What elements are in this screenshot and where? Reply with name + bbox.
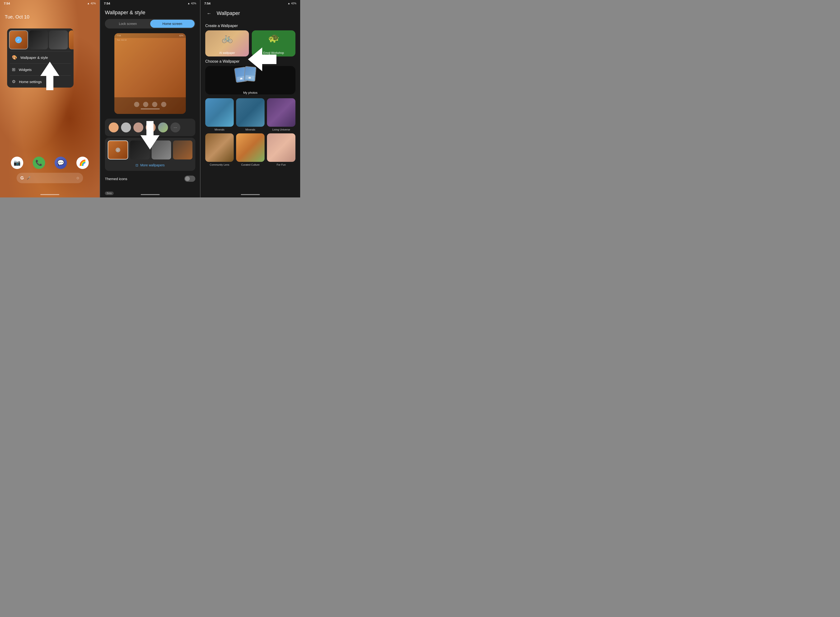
swatch-2[interactable] bbox=[121, 123, 131, 133]
living-universe-thumb bbox=[267, 98, 295, 127]
preview-camera bbox=[134, 102, 139, 107]
wallpaper-minerals-1[interactable]: Minerals bbox=[205, 98, 234, 131]
camera-icon[interactable]: 📷 bbox=[11, 156, 23, 169]
curated-culture-label: Curated Culture bbox=[241, 163, 260, 166]
svg-marker-0 bbox=[40, 62, 59, 90]
wallpaper-living-universe[interactable]: Living Universe bbox=[267, 98, 295, 131]
wallpaper-previews: ✓ bbox=[7, 28, 74, 51]
preview-thumb-selected[interactable]: ✓ bbox=[9, 30, 28, 49]
minerals-2-thumb bbox=[236, 98, 264, 127]
preview-dock bbox=[114, 97, 186, 114]
back-arrow-icon: ← bbox=[207, 11, 211, 16]
community-lens-thumb bbox=[205, 133, 234, 162]
back-button[interactable]: ← bbox=[205, 9, 213, 17]
preview-thumb-4[interactable] bbox=[69, 30, 74, 49]
widgets-label: Widgets bbox=[19, 68, 31, 72]
status-icons-2: ▲ 42% bbox=[187, 2, 196, 5]
settings-icon: ⚙ bbox=[12, 79, 16, 84]
photos-icon[interactable]: 🌈 bbox=[77, 156, 89, 169]
battery-icon-2: 42% bbox=[191, 2, 196, 5]
battery-icon-3: 42% bbox=[291, 2, 297, 5]
preview-thumb-2[interactable] bbox=[29, 30, 48, 49]
preview-phone bbox=[143, 102, 148, 107]
minerals-1-label: Minerals bbox=[214, 128, 224, 131]
wp-selected-check: ✓ bbox=[115, 148, 120, 152]
bike-icon: 🚲 bbox=[221, 33, 233, 43]
preview-thumb-3[interactable] bbox=[49, 30, 68, 49]
phone1-date: Tue, Oct 10 bbox=[5, 14, 30, 20]
phone-1: 7:54 ▲ 42% Tue, Oct 10 ✓ bbox=[0, 0, 100, 198]
status-time-1: 7:54 bbox=[4, 1, 10, 5]
status-bar-1: 7:54 ▲ 42% bbox=[0, 0, 100, 7]
wifi-icon-3: ▲ bbox=[288, 2, 290, 5]
status-bar-3: 7:54 ▲ 42% bbox=[201, 0, 300, 7]
themed-icons-label: Themed icons bbox=[105, 177, 127, 181]
svg-marker-2 bbox=[248, 47, 276, 71]
ai-wallpaper-label: AI wallpaper bbox=[219, 51, 235, 55]
phone-icon[interactable]: 📞 bbox=[33, 156, 45, 169]
preview-photos bbox=[161, 102, 166, 107]
status-icons-3: ▲ 42% bbox=[288, 2, 297, 5]
themed-icons-row: Themed icons bbox=[105, 176, 195, 182]
phone3-header: ← Wallpaper bbox=[205, 9, 295, 17]
my-photos-label: My photos bbox=[243, 91, 257, 94]
preview-home-indicator bbox=[141, 108, 160, 109]
mic-icon: 🎤 bbox=[27, 176, 31, 180]
phone-preview: 7:54 42% Tue, Oct 10 bbox=[114, 33, 186, 114]
minerals-2-label: Minerals bbox=[245, 128, 255, 131]
phone-2: 7:54 ▲ 42% Wallpaper & style Lock screen… bbox=[100, 0, 201, 198]
wallpaper-minerals-2[interactable]: Minerals bbox=[236, 98, 264, 131]
home-indicator-2 bbox=[141, 194, 160, 195]
dock-icons-1: 📷 📞 💬 🌈 bbox=[11, 156, 89, 169]
for-fun-label: For Fun bbox=[277, 163, 286, 166]
tab-lock-screen[interactable]: Lock screen bbox=[106, 20, 150, 28]
wallpaper-community-lens[interactable]: Community Lens bbox=[205, 133, 234, 166]
themed-icons-toggle[interactable] bbox=[185, 176, 195, 182]
living-universe-label: Living Universe bbox=[272, 128, 290, 131]
more-wallpapers-label: More wallpapers bbox=[140, 163, 165, 167]
phone-3: 7:54 ▲ 42% ← Wallpaper Create a Wallpape… bbox=[201, 0, 300, 198]
curated-culture-thumb bbox=[236, 133, 264, 162]
for-fun-thumb bbox=[267, 133, 295, 162]
selected-check: ✓ bbox=[15, 37, 22, 43]
lens-icon: ⊙ bbox=[77, 176, 79, 180]
wallpaper-for-fun[interactable]: For Fun bbox=[267, 133, 295, 166]
widgets-icon: ⊞ bbox=[12, 67, 15, 72]
ai-wallpaper-card[interactable]: 🚲 AI wallpaper bbox=[205, 30, 249, 56]
more-wallpapers-icon: ⊡ bbox=[136, 163, 138, 167]
status-bar-2: 7:54 ▲ 42% bbox=[100, 0, 200, 7]
more-wallpapers-button[interactable]: ⊡ More wallpapers bbox=[108, 162, 192, 168]
arrow-indicator-2 bbox=[138, 121, 162, 151]
community-lens-label: Community Lens bbox=[210, 163, 229, 166]
wifi-icon-2: ▲ bbox=[187, 2, 190, 5]
create-section-label: Create a Wallpaper bbox=[205, 24, 295, 28]
wp-thumb-4[interactable] bbox=[173, 140, 192, 159]
home-indicator-1 bbox=[40, 194, 59, 195]
turtle-icon: 🐢 bbox=[268, 33, 279, 43]
minerals-1-thumb bbox=[205, 98, 234, 127]
wifi-icon-1: ▲ bbox=[87, 2, 90, 5]
swatch-more[interactable]: ··· bbox=[170, 123, 180, 133]
wallpaper-grid-row2: Community Lens Curated Culture For Fun bbox=[205, 133, 295, 166]
status-icons-1: ▲ 42% bbox=[87, 2, 96, 5]
arrow-indicator-3 bbox=[248, 47, 276, 72]
phone2-page-title: Wallpaper & style bbox=[105, 9, 145, 16]
wp-thumb-selected[interactable]: ✓ bbox=[108, 140, 128, 159]
tab-home-screen[interactable]: Home screen bbox=[150, 20, 195, 28]
status-time-3: 7:54 bbox=[204, 1, 211, 5]
search-bar-1[interactable]: G 🎤 ⊙ bbox=[16, 173, 83, 183]
wallpaper-curated-culture[interactable]: Curated Culture bbox=[236, 133, 264, 166]
google-logo: G bbox=[21, 176, 24, 181]
preview-messages bbox=[152, 102, 157, 107]
wallpaper-style-label: Wallpaper & style bbox=[21, 56, 48, 59]
home-indicator-3 bbox=[241, 194, 260, 195]
beta-badge: Beta bbox=[105, 192, 114, 195]
wallpaper-grid-row1: Minerals Minerals Living Universe bbox=[205, 98, 295, 131]
swatch-1[interactable] bbox=[109, 123, 119, 133]
wallpaper-icon: 🎨 bbox=[12, 55, 17, 60]
messages-icon[interactable]: 💬 bbox=[55, 156, 67, 169]
bottom-dock-1: 📷 📞 💬 🌈 G 🎤 ⊙ bbox=[0, 156, 100, 183]
arrow-indicator-1 bbox=[38, 62, 62, 91]
choose-wallpaper-section: Choose a Wallpaper 🏔 🏔 My photos Mineral… bbox=[205, 59, 295, 168]
status-time-2: 7:54 bbox=[104, 1, 110, 5]
